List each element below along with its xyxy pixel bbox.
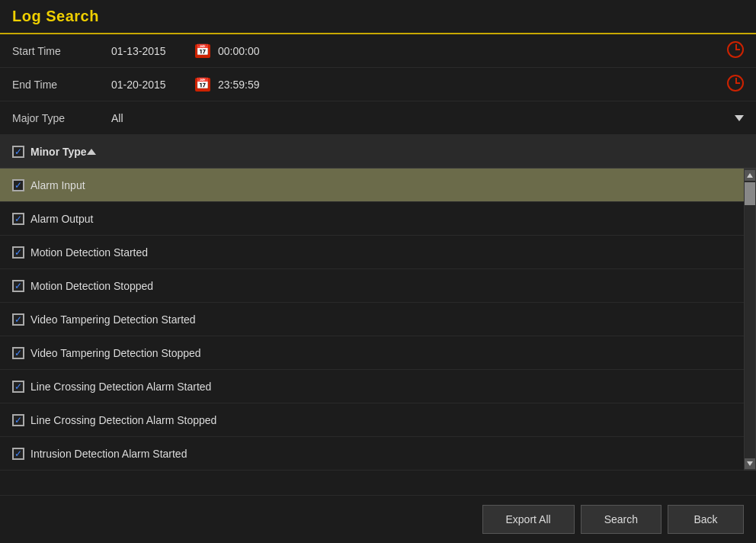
minor-type-checkbox-wrapper-alarm-input[interactable]: Alarm Input xyxy=(12,179,85,191)
page-title: Log Search xyxy=(12,8,99,24)
start-time-value: 01-13-2015 00:00:00 xyxy=(111,41,744,60)
minor-type-checkbox-motion-detection-started[interactable] xyxy=(12,246,24,259)
export-all-button[interactable]: Export All xyxy=(482,505,575,534)
minor-type-checkbox-wrapper-intrusion-started[interactable]: Intrusion Detection Alarm Started xyxy=(12,448,187,460)
major-type-dropdown-icon[interactable] xyxy=(735,115,744,121)
form-area: Start Time 01-13-2015 00:00:00 End Time … xyxy=(0,34,756,495)
end-date-text: 01-20-2015 xyxy=(111,79,187,91)
minor-type-collapse-icon[interactable] xyxy=(87,149,96,155)
start-time-clock-icon[interactable] xyxy=(727,41,744,58)
back-button[interactable]: Back xyxy=(668,505,744,534)
minor-type-checkbox-wrapper-motion-detection-stopped[interactable]: Motion Detection Stopped xyxy=(12,280,153,292)
minor-type-checkbox-alarm-output[interactable] xyxy=(12,213,24,225)
minor-type-item-label-alarm-input: Alarm Input xyxy=(30,179,85,191)
list-item[interactable]: Motion Detection Stopped xyxy=(0,269,744,303)
minor-type-header-checkbox[interactable] xyxy=(12,146,24,158)
start-time-row: Start Time 01-13-2015 00:00:00 xyxy=(0,34,756,68)
minor-type-checkbox-alarm-input[interactable] xyxy=(12,179,24,191)
title-bar: Log Search xyxy=(0,0,756,34)
start-date-calendar-icon[interactable] xyxy=(195,44,210,58)
end-time-row: End Time 01-20-2015 23:59:59 xyxy=(0,68,756,101)
minor-type-item-label-intrusion-started: Intrusion Detection Alarm Started xyxy=(30,448,187,460)
minor-type-item-label-motion-detection-stopped: Motion Detection Stopped xyxy=(30,280,153,292)
scroll-track xyxy=(745,181,755,458)
list-item[interactable]: Intrusion Detection Alarm Started xyxy=(0,437,744,471)
minor-type-checkbox-video-tampering-stopped[interactable] xyxy=(12,347,24,359)
list-item[interactable]: Motion Detection Started xyxy=(0,236,744,269)
minor-type-checkbox-wrapper-video-tampering-started[interactable]: Video Tampering Detection Started xyxy=(12,313,196,326)
minor-type-checkbox-wrapper-video-tampering-stopped[interactable]: Video Tampering Detection Stopped xyxy=(12,347,201,359)
scroll-up-icon xyxy=(747,173,753,178)
minor-type-item-label-alarm-output: Alarm Output xyxy=(30,213,93,225)
list-item[interactable]: Alarm Output xyxy=(0,202,744,236)
scroll-thumb[interactable] xyxy=(745,182,755,205)
major-type-row: Major Type All xyxy=(0,101,756,135)
minor-type-item-label-line-crossing-started: Line Crossing Detection Alarm Started xyxy=(30,381,211,393)
major-type-value: All xyxy=(111,112,735,124)
minor-type-item-label-video-tampering-stopped: Video Tampering Detection Stopped xyxy=(30,347,201,359)
start-time-label: Start Time xyxy=(12,45,111,57)
list-item[interactable]: Line Crossing Detection Alarm Started xyxy=(0,370,744,403)
scroll-up-button[interactable] xyxy=(745,170,755,181)
minor-type-checkbox-line-crossing-started[interactable] xyxy=(12,381,24,393)
end-time-text: 23:59:59 xyxy=(218,79,279,91)
minor-type-checkbox-line-crossing-stopped[interactable] xyxy=(12,414,24,426)
minor-type-checkbox-wrapper-motion-detection-started[interactable]: Motion Detection Started xyxy=(12,246,148,259)
end-time-label: End Time xyxy=(12,79,111,91)
bottom-bar: Export All Search Back xyxy=(0,495,756,543)
list-items-inner: Alarm InputAlarm OutputMotion Detection … xyxy=(0,169,744,471)
list-items-wrapper: Alarm InputAlarm OutputMotion Detection … xyxy=(0,169,756,471)
minor-type-checkbox-wrapper-line-crossing-stopped[interactable]: Line Crossing Detection Alarm Stopped xyxy=(12,414,216,426)
end-time-clock-icon[interactable] xyxy=(727,75,744,92)
scrollbar-area xyxy=(744,169,756,471)
list-item[interactable]: Line Crossing Detection Alarm Stopped xyxy=(0,403,744,437)
scroll-down-button[interactable] xyxy=(745,458,755,469)
start-date-text: 01-13-2015 xyxy=(111,45,187,57)
end-time-value: 01-20-2015 23:59:59 xyxy=(111,75,744,94)
minor-type-checkbox-wrapper-alarm-output[interactable]: Alarm Output xyxy=(12,213,93,225)
minor-type-item-label-video-tampering-started: Video Tampering Detection Started xyxy=(30,313,196,326)
start-time-text: 00:00:00 xyxy=(218,45,279,57)
minor-type-header-checkbox-wrapper[interactable]: Minor Type xyxy=(12,146,87,158)
list-item[interactable]: Video Tampering Detection Started xyxy=(0,303,744,336)
minor-type-header: Minor Type xyxy=(0,135,756,169)
search-button[interactable]: Search xyxy=(581,505,662,534)
minor-type-section: Minor Type Alarm InputAlarm OutputMotion… xyxy=(0,135,756,471)
minor-type-checkbox-motion-detection-stopped[interactable] xyxy=(12,280,24,292)
minor-type-checkbox-intrusion-started[interactable] xyxy=(12,448,24,460)
minor-type-item-label-motion-detection-started: Motion Detection Started xyxy=(30,246,148,259)
end-date-calendar-icon[interactable] xyxy=(195,78,210,92)
minor-type-header-label: Minor Type xyxy=(30,146,87,158)
major-type-label: Major Type xyxy=(12,112,111,124)
minor-type-item-label-line-crossing-stopped: Line Crossing Detection Alarm Stopped xyxy=(30,414,216,426)
list-item[interactable]: Video Tampering Detection Stopped xyxy=(0,336,744,370)
scroll-down-icon xyxy=(747,461,753,466)
minor-type-checkbox-wrapper-line-crossing-started[interactable]: Line Crossing Detection Alarm Started xyxy=(12,381,211,393)
main-container: Log Search Start Time 01-13-2015 00:00:0… xyxy=(0,0,756,543)
minor-type-checkbox-video-tampering-started[interactable] xyxy=(12,313,24,326)
list-item[interactable]: Alarm Input xyxy=(0,169,744,202)
